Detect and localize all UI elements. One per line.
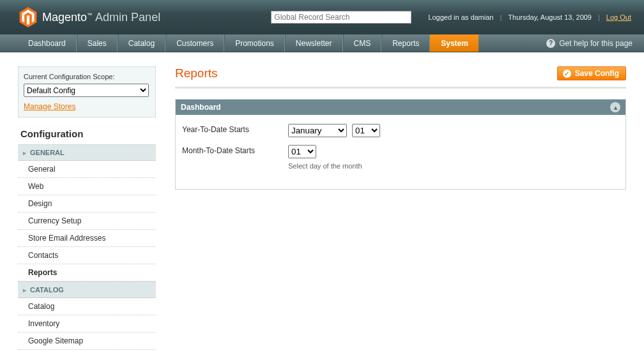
sidebar-item-currency-setup[interactable]: Currency Setup <box>18 213 156 230</box>
check-icon: ✓ <box>563 70 571 78</box>
sidebar-item-web[interactable]: Web <box>18 178 156 195</box>
trademark-icon: ™ <box>87 12 92 18</box>
global-search-wrap <box>271 11 411 24</box>
nav-reports[interactable]: Reports <box>381 34 430 52</box>
ytd-selects: January 01 <box>288 124 380 137</box>
magento-logo-icon <box>19 7 37 27</box>
brand-text: Magento™ Admin Panel <box>42 11 160 24</box>
config-scope-box: Current Configuration Scope: Default Con… <box>18 66 156 117</box>
sidebar-item-design[interactable]: Design <box>18 195 156 213</box>
sidebar: Current Configuration Scope: Default Con… <box>18 66 156 350</box>
brand-sub: Admin Panel <box>95 11 160 24</box>
scope-select[interactable]: Default Config <box>24 84 149 97</box>
help-icon: ? <box>546 39 555 48</box>
admin-header: Magento™ Admin Panel Logged in as damian… <box>0 0 644 34</box>
nav-cms[interactable]: CMS <box>343 34 382 52</box>
sidebar-group-label: GENERAL <box>30 149 65 156</box>
mtd-day-select[interactable]: 01 <box>288 145 316 158</box>
sidebar-item-general[interactable]: General <box>18 161 156 178</box>
dashboard-panel: Dashboard ▴ Year-To-Date Starts January <box>175 99 626 190</box>
chevron-right-icon: ▸ <box>23 149 26 156</box>
collapse-toggle[interactable]: ▴ <box>610 102 620 112</box>
ytd-month-select[interactable]: January <box>288 124 347 137</box>
nav-help-link[interactable]: ? Get help for this page <box>546 34 632 52</box>
ytd-label: Year-To-Date Starts <box>182 124 288 134</box>
nav-promotions[interactable]: Promotions <box>224 34 285 52</box>
nav-sales[interactable]: Sales <box>77 34 118 52</box>
sidebar-list-general: General Web Design Currency Setup Store … <box>18 161 156 282</box>
header-date: Thursday, August 13, 2009 <box>508 13 592 21</box>
ytd-day-select[interactable]: 01 <box>352 124 380 137</box>
panel-head: Dashboard ▴ <box>176 100 625 115</box>
nav-system[interactable]: System <box>430 34 479 52</box>
sidebar-item-inventory[interactable]: Inventory <box>18 315 156 333</box>
row-ytd: Year-To-Date Starts January 01 <box>182 124 619 137</box>
global-search-input[interactable] <box>271 11 411 24</box>
ytd-field: January 01 <box>288 124 380 137</box>
page-title: Reports <box>175 66 218 80</box>
chevron-up-icon: ▴ <box>614 104 617 111</box>
separator-icon: | <box>500 13 502 21</box>
sidebar-group-label: CATALOG <box>30 286 64 294</box>
logged-in-text: Logged in as damian <box>428 13 493 21</box>
scope-label: Current Configuration Scope: <box>24 73 150 80</box>
sidebar-group-head-general[interactable]: ▸ GENERAL <box>18 145 156 161</box>
brand-main: Magento <box>42 11 87 24</box>
save-config-label: Save Config <box>575 69 619 78</box>
mtd-label: Month-To-Date Starts <box>182 145 288 155</box>
panel-body: Year-To-Date Starts January 01 <box>176 115 625 189</box>
sidebar-item-catalog[interactable]: Catalog <box>18 298 156 315</box>
separator-icon: | <box>598 13 600 21</box>
sidebar-group-catalog: ▸ CATALOG Catalog Inventory Google Sitem… <box>18 282 156 350</box>
panel-title: Dashboard <box>181 103 221 112</box>
main-nav: Dashboard Sales Catalog Customers Promot… <box>0 34 644 52</box>
nav-spacer <box>479 34 546 52</box>
nav-dashboard[interactable]: Dashboard <box>18 34 77 52</box>
sidebar-item-contacts[interactable]: Contacts <box>18 247 156 264</box>
manage-stores-link[interactable]: Manage Stores <box>24 102 75 111</box>
nav-customers[interactable]: Customers <box>165 34 224 52</box>
sidebar-title: Configuration <box>20 128 156 139</box>
sidebar-item-reports[interactable]: Reports <box>18 264 156 282</box>
logout-link[interactable]: Log Out <box>606 13 631 21</box>
logo: Magento™ Admin Panel <box>19 7 160 27</box>
mtd-hint: Select day of the month <box>288 162 362 170</box>
svg-marker-2 <box>27 15 29 25</box>
chevron-right-icon: ▸ <box>23 287 26 294</box>
divider <box>175 87 626 89</box>
header-right: Logged in as damian | Thursday, August 1… <box>428 13 631 21</box>
page-body: Current Configuration Scope: Default Con… <box>0 52 644 350</box>
sidebar-item-google-sitemap[interactable]: Google Sitemap <box>18 333 156 350</box>
mtd-selects: 01 <box>288 145 362 158</box>
sidebar-item-store-email[interactable]: Store Email Addresses <box>18 230 156 247</box>
sidebar-group-general: ▸ GENERAL General Web Design Currency Se… <box>18 144 156 282</box>
save-config-button[interactable]: ✓ Save Config <box>557 66 626 80</box>
sidebar-group-head-catalog[interactable]: ▸ CATALOG <box>18 282 156 298</box>
main-head: Reports ✓ Save Config <box>175 66 626 80</box>
row-mtd: Month-To-Date Starts 01 Select day of th… <box>182 145 619 170</box>
sidebar-list-catalog: Catalog Inventory Google Sitemap <box>18 298 156 350</box>
nav-help-label: Get help for this page <box>559 39 632 48</box>
nav-newsletter[interactable]: Newsletter <box>285 34 343 52</box>
nav-catalog[interactable]: Catalog <box>118 34 165 52</box>
main-content: Reports ✓ Save Config Dashboard ▴ Year-T… <box>175 66 626 350</box>
mtd-field: 01 Select day of the month <box>288 145 362 170</box>
